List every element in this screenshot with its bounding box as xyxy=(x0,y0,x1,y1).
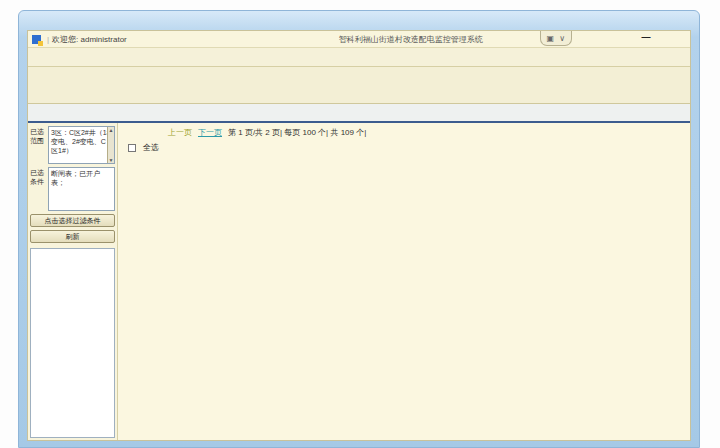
restore-icon[interactable]: ▣ xyxy=(547,34,555,43)
prev-page-link[interactable]: 上一页 xyxy=(168,127,192,138)
selected-range-text: 3区：C区2#井（1#变电、2#变电、C区1#） xyxy=(51,129,111,154)
sidebar: 已选范围 3区：C区2#井（1#变电、2#变电、C区1#） ▲▼ 已选条件 断闸… xyxy=(28,123,118,440)
building-tree xyxy=(30,248,115,438)
welcome-user-label: 欢迎您: administrator xyxy=(52,34,127,45)
selected-condition-row: 已选条件 断闸表；已开户表； xyxy=(30,167,115,211)
scroll-down-icon[interactable]: ▼ xyxy=(109,157,114,164)
minimize-button[interactable]: — xyxy=(640,33,652,43)
toolbar-row: 全选 xyxy=(128,139,690,156)
selected-condition-label: 已选条件 xyxy=(30,167,46,211)
title-separator: | xyxy=(47,35,49,44)
window-inner: | 欢迎您: administrator 智科利福山街道村改造配电监控管理系统 … xyxy=(27,30,691,441)
chevron-down-icon[interactable]: ∨ xyxy=(559,34,565,43)
next-page-link[interactable]: 下一页 xyxy=(198,127,222,138)
title-bar: | 欢迎您: administrator 智科利福山街道村改造配电监控管理系统 … xyxy=(28,31,690,48)
app-icon xyxy=(32,35,41,44)
scroll-up-icon[interactable]: ▲ xyxy=(109,127,114,134)
menu-bar xyxy=(28,48,690,67)
app-window: | 欢迎您: administrator 智科利福山街道村改造配电监控管理系统 … xyxy=(18,10,700,448)
window-controls: ▣ ∨ xyxy=(540,31,572,46)
page-info: 第 1 页/共 2 页| 每页 100 个| 共 109 个| xyxy=(228,127,366,138)
select-all-label: 全选 xyxy=(143,142,159,153)
app-title: 智科利福山街道村改造配电监控管理系统 xyxy=(339,34,483,45)
main-panel: 上一页 下一页 第 1 页/共 2 页| 每页 100 个| 共 109 个| … xyxy=(118,123,690,440)
selected-condition-box[interactable]: 断闸表；已开户表； xyxy=(48,167,115,211)
refresh-button[interactable]: 刷新 xyxy=(30,230,115,243)
selected-range-box[interactable]: 3区：C区2#井（1#变电、2#变电、C区1#） ▲▼ xyxy=(48,126,115,164)
selected-condition-text: 断闸表；已开户表； xyxy=(51,170,100,186)
range-scrollbar[interactable]: ▲▼ xyxy=(107,127,114,163)
filter-select-button[interactable]: 点击选择过滤条件 xyxy=(30,214,115,227)
content: 已选范围 3区：C区2#井（1#变电、2#变电、C区1#） ▲▼ 已选条件 断闸… xyxy=(28,123,690,440)
selected-range-label: 已选范围 xyxy=(30,126,46,164)
screen: | 欢迎您: administrator 智科利福山街道村改造配电监控管理系统 … xyxy=(0,0,720,448)
selected-range-row: 已选范围 3区：C区2#井（1#变电、2#变电、C区1#） ▲▼ xyxy=(30,126,115,164)
pagination-row: 上一页 下一页 第 1 页/共 2 页| 每页 100 个| 共 109 个| xyxy=(168,127,690,138)
select-all-checkbox[interactable] xyxy=(128,144,136,152)
document-tabs xyxy=(28,104,690,123)
ribbon xyxy=(28,67,690,104)
